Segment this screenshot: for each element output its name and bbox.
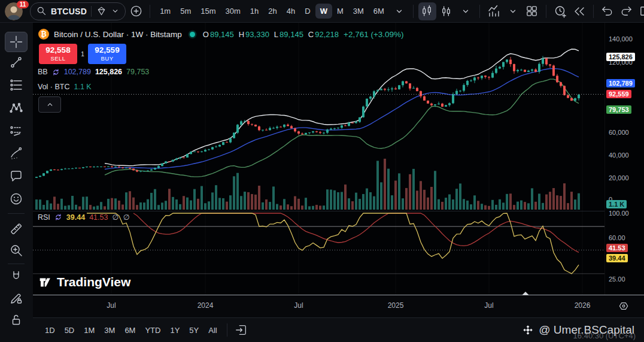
top-toolbar: 11 BTCUSD 1m5m15m30m1h2h4hDWM3M6M [0, 0, 644, 23]
range-1Y[interactable]: 1Y [165, 323, 184, 338]
toolbar-separator [479, 5, 480, 18]
price-label-badge: 125,826 [606, 53, 635, 61]
interval-expand-chevron-icon[interactable] [390, 2, 408, 20]
alert-button[interactable] [551, 2, 569, 20]
price-label-badge: 39.44 [606, 254, 628, 262]
layout-grid-button[interactable] [523, 2, 541, 20]
range-5Y[interactable]: 5Y [184, 323, 203, 338]
symbol-search-input[interactable]: BTCUSD [51, 7, 87, 16]
price-tick: 25.00 [609, 276, 625, 283]
zoom-in-tool[interactable] [5, 240, 28, 261]
toolbar-separator [227, 323, 227, 337]
measure-tool[interactable] [5, 219, 28, 239]
redo-button[interactable] [618, 2, 636, 20]
toolbar-right-cluster: Bit S [590, 2, 644, 20]
toolbar-divider [8, 264, 25, 264]
bitcoin-logo-icon: ₿ [38, 29, 49, 40]
time-tick: Jul [484, 301, 493, 310]
chart-style-button[interactable] [438, 2, 455, 20]
ohlc-H: H93,330 [239, 30, 269, 39]
interval-1h[interactable]: 1h [245, 4, 263, 19]
price-tick: 140,000 [609, 35, 633, 43]
ohlc-values: O89,145H93,330L89,145C92,218 [203, 30, 339, 39]
volume-legend[interactable]: Vol · BTC 1.1 K [38, 83, 92, 91]
price-axis[interactable]: 140,000120,00060,00040,00020,0000100.006… [604, 23, 644, 317]
projection-tool[interactable] [5, 120, 28, 141]
interval-5m[interactable]: 5m [175, 4, 196, 19]
range-6M[interactable]: 6M [120, 323, 140, 338]
undo-button[interactable] [599, 2, 616, 20]
interval-2h[interactable]: 2h [263, 4, 281, 19]
rsi-legend[interactable]: RSI 39.44 41.53 ∅ ∅ [38, 213, 131, 222]
price-label-badge: 1.1 K [606, 200, 627, 208]
range-5D[interactable]: 5D [60, 323, 80, 338]
chevron-down-icon[interactable] [111, 7, 119, 15]
toolbar-separator [593, 5, 594, 18]
time-axis-marker [522, 292, 529, 295]
interval-4h[interactable]: 4h [282, 4, 300, 19]
lock-all-tool[interactable] [5, 310, 28, 330]
ohlc-C: C92,218 [308, 30, 339, 39]
interval-6M[interactable]: 6M [369, 4, 389, 19]
symbol-title[interactable]: Bitcoin / U.S. Dollar · 1W · Bitstamp [54, 30, 182, 39]
go-to-date-button[interactable] [232, 321, 250, 339]
interval-D[interactable]: D [300, 4, 315, 19]
interval-15m[interactable]: 15m [196, 4, 220, 19]
binance-diamond-icon [523, 325, 533, 335]
diamond-icon[interactable] [96, 5, 107, 17]
time-tick: 2024 [198, 301, 214, 310]
spread-value: 1 [77, 44, 88, 64]
buy-button[interactable]: 92,559 BUY [88, 44, 126, 64]
indicators-button[interactable] [485, 2, 503, 20]
interval-3M[interactable]: 3M [348, 4, 369, 19]
replay-button[interactable] [570, 2, 588, 20]
price-tick: 100.00 [609, 210, 629, 217]
range-All[interactable]: All [203, 323, 221, 338]
ohlc-L: L89,145 [274, 30, 303, 39]
toolbar-separator [413, 5, 414, 18]
interval-M[interactable]: M [332, 4, 348, 19]
collapse-legend-button[interactable] [38, 96, 61, 113]
magnet-tool[interactable] [5, 267, 28, 287]
range-YTD[interactable]: YTD [140, 323, 165, 338]
price-label-badge: 92,559 [606, 90, 631, 98]
indicator-sync-icon[interactable] [52, 68, 60, 76]
bollinger-legend[interactable]: BB 102,789 125,826 79,753 [38, 68, 149, 76]
drawing-lock-tool[interactable] [5, 288, 28, 308]
range-3M[interactable]: 3M [99, 323, 120, 338]
indicator-sync-icon[interactable] [54, 213, 62, 221]
user-menu[interactable]: 11 [4, 2, 29, 21]
brush-tool[interactable] [5, 143, 28, 164]
symbol-search[interactable]: BTCUSD [30, 2, 126, 20]
search-icon [37, 6, 47, 16]
candles-style-button[interactable] [418, 2, 436, 20]
notifications-badge[interactable]: 11 [17, 1, 29, 8]
scale-settings-icon[interactable] [618, 300, 630, 312]
indicators-chevron-icon[interactable] [504, 2, 522, 20]
emoji-tool[interactable] [5, 189, 28, 209]
toolbar-separator [546, 5, 546, 18]
trend-line-tool[interactable] [5, 52, 28, 72]
chart-style-chevron-icon[interactable] [457, 2, 475, 20]
xabcd-pattern-tool[interactable] [5, 98, 28, 118]
drawing-toolbar [0, 23, 34, 342]
time-tick: Jul [294, 301, 303, 310]
time-axis[interactable]: Jul2024Jul2025Jul2026 [33, 295, 644, 318]
text-note-tool[interactable] [5, 166, 28, 186]
market-status-icon[interactable] [190, 32, 195, 37]
fullscreen-button[interactable] [637, 2, 644, 20]
sell-button[interactable]: 92,558 SELL [39, 44, 77, 64]
range-1M[interactable]: 1M [79, 323, 99, 338]
channel-watermark: @ Umer.BSCapital 16:40:30 (UTC+4) [523, 323, 637, 337]
fib-retracement-tool[interactable] [5, 75, 28, 95]
interval-1m[interactable]: 1m [155, 4, 175, 19]
interval-W[interactable]: W [315, 4, 332, 19]
crosshair-tool[interactable] [5, 32, 28, 52]
range-1D[interactable]: 1D [40, 323, 60, 338]
price-label-badge: 79,753 [606, 105, 631, 114]
trade-panel: 92,558 SELL 1 92,559 BUY [39, 44, 126, 64]
interval-group: 1m5m15m30m1h2h4hDWM3M6M [155, 4, 389, 19]
add-symbol-button[interactable] [127, 2, 145, 20]
tradingview-logo-icon [38, 276, 52, 289]
interval-30m[interactable]: 30m [221, 4, 245, 19]
